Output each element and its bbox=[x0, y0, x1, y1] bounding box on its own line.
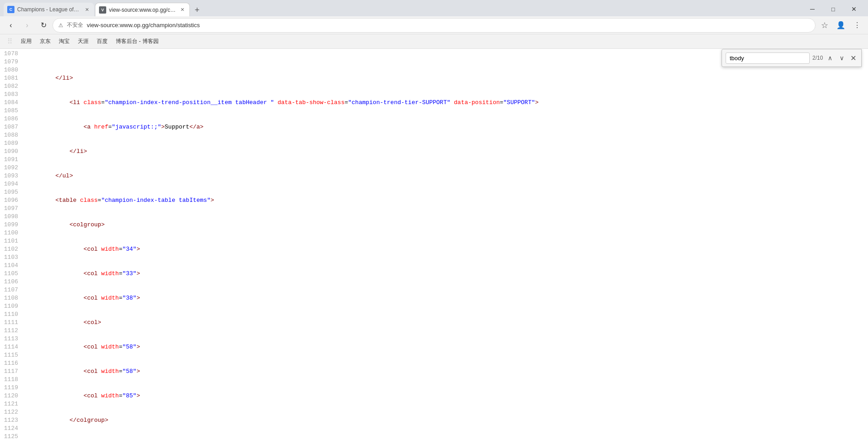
find-prev-button[interactable]: ∧ bbox=[826, 52, 835, 63]
line-num-1107: 1107 bbox=[0, 286, 22, 294]
line-num-1079: 1079 bbox=[0, 58, 22, 66]
browser-chrome: C Champions - League of Lege... ✕ V view… bbox=[0, 0, 868, 49]
code-line-1086: <col width="33"> bbox=[27, 270, 868, 278]
url-bar[interactable]: ⚠ 不安全 view-source:www.op.gg/champion/sta… bbox=[52, 18, 816, 33]
line-num-1121: 1121 bbox=[0, 400, 22, 408]
bookmark-baidu[interactable]: 百度 bbox=[93, 36, 111, 47]
line-num-1120: 1120 bbox=[0, 392, 22, 400]
close-button[interactable]: ✕ bbox=[844, 2, 864, 16]
line-num-1091: 1091 bbox=[0, 156, 22, 164]
reload-button[interactable]: ↻ bbox=[36, 18, 51, 33]
line-num-1102: 1102 bbox=[0, 245, 22, 253]
find-next-button[interactable]: ∨ bbox=[837, 52, 846, 63]
line-num-1095: 1095 bbox=[0, 188, 22, 196]
line-num-1105: 1105 bbox=[0, 270, 22, 278]
line-num-1124: 1124 bbox=[0, 425, 22, 433]
find-count: 2/10 bbox=[812, 55, 823, 61]
code-line-1081: </li> bbox=[27, 148, 868, 156]
bookmark-apps[interactable]: 应用 bbox=[17, 36, 35, 47]
code-area[interactable]: 1078 1079 1080 1081 1082 1083 1084 1085 … bbox=[0, 49, 868, 439]
code-line-1091: <col width="85"> bbox=[27, 392, 868, 400]
line-num-1123: 1123 bbox=[0, 416, 22, 425]
apps-icon[interactable]: ⠿ bbox=[4, 35, 16, 48]
code-line-1087: <col width="38"> bbox=[27, 294, 868, 302]
line-num-1084: 1084 bbox=[0, 99, 22, 107]
line-num-1090: 1090 bbox=[0, 148, 22, 156]
code-line-1090: <col width="58"> bbox=[27, 367, 868, 376]
bookmark-tianya[interactable]: 天涯 bbox=[74, 36, 92, 47]
bookmark-jd[interactable]: 京东 bbox=[36, 36, 54, 47]
code-line-1078: </li> bbox=[27, 74, 868, 82]
line-num-1103: 1103 bbox=[0, 253, 22, 262]
line-num-1100: 1100 bbox=[0, 229, 22, 237]
line-num-1119: 1119 bbox=[0, 384, 22, 392]
forward-button[interactable]: › bbox=[20, 18, 34, 33]
code-line-1089: <col width="58"> bbox=[27, 343, 868, 351]
line-num-1115: 1115 bbox=[0, 351, 22, 359]
security-icon: ⚠ bbox=[58, 22, 63, 29]
line-num-1117: 1117 bbox=[0, 367, 22, 376]
line-num-1081: 1081 bbox=[0, 74, 22, 82]
bookmarks-bar: ⠿ 应用 京东 淘宝 天涯 百度 博客后台 - 博客园 bbox=[0, 34, 868, 49]
tab2-title: view-source:www.op.gg/cha... bbox=[109, 7, 176, 13]
code-line-1092: </colgroup> bbox=[27, 416, 868, 425]
line-num-1078: 1078 bbox=[0, 50, 22, 58]
line-num-1092: 1092 bbox=[0, 164, 22, 172]
code-line-1080: <a href="javascript:;">Support</a> bbox=[27, 123, 868, 131]
code-content: </li> <li class="champion-index-trend-po… bbox=[22, 50, 868, 439]
find-input[interactable] bbox=[726, 52, 810, 64]
line-num-1096: 1096 bbox=[0, 196, 22, 205]
code-line-1088: <col> bbox=[27, 319, 868, 327]
line-num-1083: 1083 bbox=[0, 91, 22, 99]
line-num-1111: 1111 bbox=[0, 319, 22, 327]
line-num-1089: 1089 bbox=[0, 139, 22, 148]
line-num-1112: 1112 bbox=[0, 327, 22, 335]
bookmark-star[interactable]: ☆ bbox=[817, 18, 832, 33]
line-num-1082: 1082 bbox=[0, 82, 22, 91]
find-close-button[interactable]: ✕ bbox=[849, 52, 858, 63]
security-label: 不安全 bbox=[67, 21, 83, 29]
code-line-1083: <table class="champion-index-table tabIt… bbox=[27, 196, 868, 205]
line-num-1087: 1087 bbox=[0, 123, 22, 131]
minimize-button[interactable]: ─ bbox=[802, 2, 823, 16]
nav-bar: ‹ › ↻ ⚠ 不安全 view-source:www.op.gg/champi… bbox=[0, 16, 868, 34]
back-button[interactable]: ‹ bbox=[4, 18, 18, 33]
code-line-1084: <colgroup> bbox=[27, 221, 868, 229]
source-view: 2/10 ∧ ∨ ✕ 1078 1079 1080 1081 1082 1083… bbox=[0, 49, 868, 439]
new-tab-button[interactable]: + bbox=[191, 4, 203, 16]
tab1-favicon: C bbox=[7, 6, 14, 13]
tab-champions[interactable]: C Champions - League of Lege... ✕ bbox=[4, 3, 94, 16]
line-num-1109: 1109 bbox=[0, 302, 22, 310]
line-num-1125: 1125 bbox=[0, 433, 22, 439]
browser-menu[interactable]: ⋮ bbox=[850, 18, 864, 33]
find-bar: 2/10 ∧ ∨ ✕ bbox=[722, 49, 862, 67]
maximize-button[interactable]: □ bbox=[823, 2, 844, 16]
line-num-1088: 1088 bbox=[0, 131, 22, 139]
tab2-close[interactable]: ✕ bbox=[179, 6, 186, 14]
tab1-close[interactable]: ✕ bbox=[83, 6, 90, 13]
line-num-1080: 1080 bbox=[0, 66, 22, 74]
line-num-1116: 1116 bbox=[0, 359, 22, 367]
tab1-title: Champions - League of Lege... bbox=[17, 6, 80, 13]
line-num-1113: 1113 bbox=[0, 335, 22, 343]
user-menu[interactable]: 👤 bbox=[834, 18, 848, 33]
code-line-1079: <li class="champion-index-trend-position… bbox=[27, 99, 868, 107]
line-num-1122: 1122 bbox=[0, 408, 22, 416]
line-num-1099: 1099 bbox=[0, 221, 22, 229]
tab-bar: C Champions - League of Lege... ✕ V view… bbox=[0, 0, 868, 16]
tab2-favicon: V bbox=[99, 6, 106, 14]
line-num-1094: 1094 bbox=[0, 180, 22, 188]
tab-source[interactable]: V view-source:www.op.gg/cha... ✕ bbox=[95, 3, 190, 16]
line-num-1085: 1085 bbox=[0, 107, 22, 115]
line-num-1118: 1118 bbox=[0, 376, 22, 384]
line-num-1086: 1086 bbox=[0, 115, 22, 123]
line-num-1108: 1108 bbox=[0, 294, 22, 302]
line-num-1114: 1114 bbox=[0, 343, 22, 351]
line-num-1104: 1104 bbox=[0, 262, 22, 270]
line-num-1101: 1101 bbox=[0, 237, 22, 245]
line-num-1097: 1097 bbox=[0, 205, 22, 213]
url-text: view-source:www.op.gg/champion/statistic… bbox=[87, 22, 810, 29]
line-num-1093: 1093 bbox=[0, 172, 22, 180]
bookmark-blog[interactable]: 博客后台 - 博客园 bbox=[112, 36, 162, 47]
bookmark-taobao[interactable]: 淘宝 bbox=[55, 36, 73, 47]
